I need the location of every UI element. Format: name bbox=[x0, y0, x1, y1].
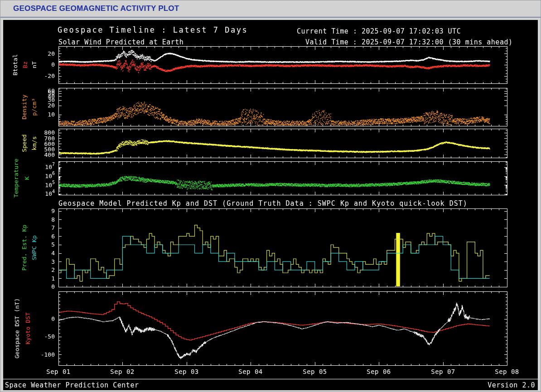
x-axis-label-sep03: Sep 03 bbox=[174, 368, 199, 375]
x-axis-label-sep05: Sep 05 bbox=[303, 368, 327, 375]
page-header: GEOSPACE GEOMAGNETIC ACTIVITY PLOT bbox=[0, 0, 541, 17]
solar-wind-subtitle: Solar Wind Predicted at Earth bbox=[58, 38, 184, 46]
x-axis-label-sep04: Sep 04 bbox=[238, 368, 263, 375]
page-title: GEOSPACE GEOMAGNETIC ACTIVITY PLOT bbox=[13, 4, 179, 13]
x-axis-label-sep07: Sep 07 bbox=[431, 368, 455, 375]
page: GEOSPACE GEOMAGNETIC ACTIVITY PLOT Geosp… bbox=[0, 0, 541, 392]
version-text: Version 2.0 bbox=[488, 381, 535, 389]
x-axis-label-sep08: Sep 08 bbox=[495, 368, 519, 375]
kp-dst-section-title: Geospace Model Predicted Kp and DST (Gro… bbox=[58, 199, 468, 208]
x-axis-label-sep02: Sep 02 bbox=[110, 368, 135, 375]
x-axis-label-sep06: Sep 06 bbox=[367, 368, 391, 375]
current-time-text: Current Time : 2025-09-07 17:02:03 UTC bbox=[297, 27, 461, 35]
plot-title: Geospace Timeline : Latest 7 Days bbox=[58, 25, 248, 34]
credit-text: Space Weather Prediction Center bbox=[5, 381, 139, 389]
x-axis-label-sep01: Sep 01 bbox=[46, 368, 71, 375]
geospace-plot: Geospace Timeline : Latest 7 Days Curren… bbox=[3, 19, 538, 391]
valid-time-text: Valid Time : 2025-09-07 17:32:00 (30 min… bbox=[305, 38, 512, 46]
header-divider bbox=[0, 17, 541, 18]
